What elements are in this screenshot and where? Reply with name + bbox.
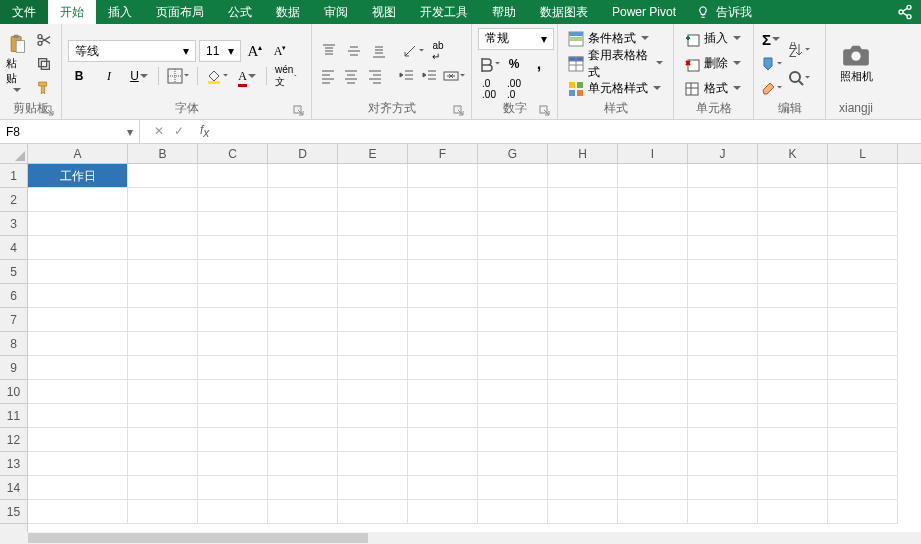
cell[interactable] <box>618 284 688 308</box>
cell[interactable] <box>128 476 198 500</box>
horizontal-scrollbar[interactable] <box>0 532 921 544</box>
cell[interactable] <box>548 236 618 260</box>
number-format-combo[interactable]: 常规▾ <box>478 28 554 50</box>
column-header[interactable]: I <box>618 144 688 163</box>
column-header[interactable]: F <box>408 144 478 163</box>
row-header[interactable]: 14 <box>0 476 27 500</box>
cell[interactable] <box>828 428 898 452</box>
cell[interactable] <box>618 452 688 476</box>
cell[interactable] <box>198 236 268 260</box>
cell[interactable] <box>758 164 828 188</box>
cell[interactable] <box>618 500 688 524</box>
cell[interactable] <box>408 308 478 332</box>
cell[interactable] <box>268 188 338 212</box>
cancel-formula-button[interactable]: ✕ <box>154 124 164 138</box>
cell[interactable] <box>828 404 898 428</box>
cell[interactable] <box>198 356 268 380</box>
cell[interactable] <box>758 428 828 452</box>
cell[interactable] <box>408 452 478 476</box>
cell[interactable] <box>28 356 128 380</box>
dialog-launcher-icon[interactable] <box>43 105 55 117</box>
column-header[interactable]: B <box>128 144 198 163</box>
cell[interactable] <box>828 188 898 212</box>
cell[interactable] <box>828 332 898 356</box>
cell[interactable] <box>408 356 478 380</box>
column-header[interactable]: E <box>338 144 408 163</box>
cut-button[interactable] <box>33 29 55 51</box>
column-header[interactable]: A <box>28 144 128 163</box>
cell[interactable] <box>28 236 128 260</box>
format-as-table-button[interactable]: 套用表格格式 <box>564 53 667 75</box>
cell[interactable] <box>758 188 828 212</box>
tab-insert[interactable]: 插入 <box>96 0 144 24</box>
cell[interactable] <box>688 260 758 284</box>
tab-powerpivot[interactable]: Power Pivot <box>600 0 688 24</box>
delete-cells-button[interactable]: 删除 <box>680 53 745 75</box>
cell[interactable] <box>408 380 478 404</box>
row-header[interactable]: 11 <box>0 404 27 428</box>
phonetic-button[interactable]: wén文 <box>275 65 297 87</box>
cell[interactable] <box>688 500 758 524</box>
orientation-button[interactable] <box>402 40 424 62</box>
cell[interactable] <box>478 332 548 356</box>
cell[interactable] <box>548 308 618 332</box>
cell[interactable] <box>268 284 338 308</box>
tab-home[interactable]: 开始 <box>48 0 96 24</box>
cell[interactable] <box>408 236 478 260</box>
cell[interactable] <box>268 332 338 356</box>
column-header[interactable]: K <box>758 144 828 163</box>
tab-page-layout[interactable]: 页面布局 <box>144 0 216 24</box>
cell[interactable] <box>478 164 548 188</box>
cell[interactable] <box>478 500 548 524</box>
cell[interactable] <box>28 308 128 332</box>
cell[interactable] <box>268 308 338 332</box>
cell[interactable] <box>548 188 618 212</box>
cell[interactable] <box>338 164 408 188</box>
row-header[interactable]: 6 <box>0 284 27 308</box>
cell[interactable] <box>618 260 688 284</box>
cell[interactable] <box>618 164 688 188</box>
row-header[interactable]: 7 <box>0 308 27 332</box>
dialog-launcher-icon[interactable] <box>453 105 465 117</box>
cell[interactable] <box>618 380 688 404</box>
cell[interactable] <box>408 212 478 236</box>
increase-decimal-button[interactable]: .0.00 <box>478 78 500 100</box>
cell[interactable] <box>758 308 828 332</box>
borders-button[interactable] <box>167 65 189 87</box>
underline-button[interactable]: U <box>128 65 150 87</box>
row-header[interactable]: 15 <box>0 500 27 524</box>
cell[interactable] <box>478 476 548 500</box>
cell[interactable] <box>758 284 828 308</box>
clear-button[interactable] <box>760 77 782 99</box>
cell[interactable] <box>28 284 128 308</box>
cell[interactable] <box>28 476 128 500</box>
italic-button[interactable]: I <box>98 65 120 87</box>
cell[interactable] <box>408 476 478 500</box>
cell[interactable] <box>268 380 338 404</box>
cell[interactable] <box>618 308 688 332</box>
cell[interactable] <box>268 428 338 452</box>
cell[interactable] <box>338 332 408 356</box>
cell[interactable] <box>408 500 478 524</box>
row-header[interactable]: 8 <box>0 332 27 356</box>
tab-file[interactable]: 文件 <box>0 0 48 24</box>
cell[interactable] <box>688 428 758 452</box>
cell[interactable] <box>338 236 408 260</box>
decrease-font-button[interactable]: A▾ <box>269 40 291 62</box>
cell[interactable] <box>198 164 268 188</box>
cell[interactable] <box>828 500 898 524</box>
cell[interactable] <box>198 308 268 332</box>
cell[interactable] <box>758 452 828 476</box>
row-header[interactable]: 9 <box>0 356 27 380</box>
cell[interactable] <box>338 476 408 500</box>
cell-styles-button[interactable]: 单元格样式 <box>564 78 667 100</box>
cell[interactable] <box>408 284 478 308</box>
cell[interactable] <box>128 284 198 308</box>
cell[interactable] <box>338 428 408 452</box>
row-header[interactable]: 10 <box>0 380 27 404</box>
row-header[interactable]: 1 <box>0 164 27 188</box>
cell[interactable] <box>828 236 898 260</box>
cell[interactable] <box>828 260 898 284</box>
cell[interactable] <box>478 404 548 428</box>
merge-button[interactable] <box>443 65 465 87</box>
